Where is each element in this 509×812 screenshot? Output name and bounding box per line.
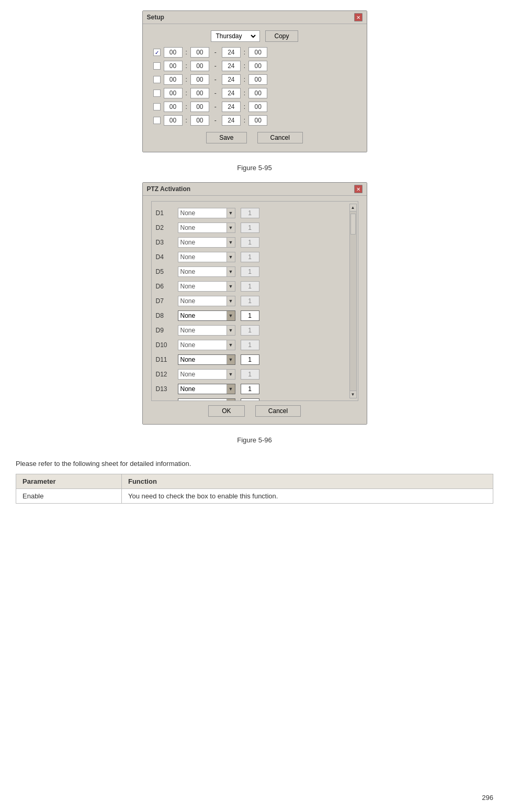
ptz-select-d7[interactable]: None ▼ <box>178 296 235 306</box>
cancel-button[interactable]: Cancel <box>257 132 303 143</box>
ptz-dropdown-arrow-d2[interactable]: ▼ <box>227 223 235 232</box>
ptz-num-d7[interactable]: 1 <box>241 296 259 306</box>
ptz-num-d1[interactable]: 1 <box>241 208 259 218</box>
time-end-h-2[interactable]: 24 <box>222 61 241 71</box>
ptz-num-d2[interactable]: 1 <box>241 223 259 233</box>
ptz-select-d4[interactable]: None ▼ <box>178 252 235 262</box>
ptz-num-d4[interactable]: 1 <box>241 252 259 262</box>
setup-close-button[interactable]: ✕ <box>354 13 363 21</box>
ptz-num-d5[interactable]: 1 <box>241 266 259 277</box>
ptz-num-d12[interactable]: 1 <box>241 369 259 380</box>
time-start-h-1[interactable]: 00 <box>164 47 183 58</box>
time-start-h-3[interactable]: 00 <box>164 74 183 85</box>
time-checkbox-1[interactable] <box>153 49 161 56</box>
ptz-row-d9: D9 None ▼ 1 <box>152 323 358 338</box>
time-end-m-5[interactable]: 00 <box>248 102 267 112</box>
ptz-dropdown-arrow-d8[interactable]: ▼ <box>227 311 235 320</box>
time-start-m-3[interactable]: 00 <box>190 74 209 85</box>
scrollbar-down-button[interactable]: ▼ <box>350 391 356 398</box>
time-start-m-4[interactable]: 00 <box>190 88 209 98</box>
time-start-m-2[interactable]: 00 <box>190 61 209 71</box>
ptz-select-d6[interactable]: None ▼ <box>178 281 235 292</box>
ptz-row-d2: D2 None ▼ 1 <box>152 220 358 235</box>
ptz-select-d14[interactable]: None ▼ <box>178 398 235 401</box>
ptz-select-d9[interactable]: None ▼ <box>178 325 235 336</box>
ptz-dropdown-arrow-d11[interactable]: ▼ <box>227 355 235 364</box>
time-start-m-5[interactable]: 00 <box>190 102 209 112</box>
ptz-select-d12[interactable]: None ▼ <box>178 369 235 380</box>
time-end-m-2[interactable]: 00 <box>248 61 267 71</box>
ptz-select-d11[interactable]: None ▼ <box>178 354 235 365</box>
time-end-m-4[interactable]: 00 <box>248 88 267 98</box>
ptz-num-d14[interactable]: 1 <box>241 398 259 401</box>
ptz-select-d1[interactable]: None ▼ <box>178 208 235 218</box>
time-start-h-4[interactable]: 00 <box>164 88 183 98</box>
ptz-num-d6[interactable]: 1 <box>241 281 259 292</box>
ptz-dropdown-arrow-d12[interactable]: ▼ <box>227 370 235 379</box>
ptz-dropdown-arrow-d1[interactable]: ▼ <box>227 208 235 218</box>
time-end-h-4[interactable]: 24 <box>222 88 241 98</box>
ptz-num-d8[interactable]: 1 <box>241 310 259 321</box>
ptz-dropdown-arrow-d13[interactable]: ▼ <box>227 384 235 394</box>
time-end-m-6[interactable]: 00 <box>248 115 267 126</box>
ptz-select-d10[interactable]: None ▼ <box>178 340 235 350</box>
ptz-label-d12: D12 <box>156 371 173 378</box>
time-end-h-5[interactable]: 24 <box>222 102 241 112</box>
day-select[interactable]: Thursday Monday Tuesday Wednesday Friday… <box>213 32 257 40</box>
time-start-h-6[interactable]: 00 <box>164 115 183 126</box>
time-start-h-5[interactable]: 00 <box>164 102 183 112</box>
ptz-select-text-d8: None <box>178 312 227 319</box>
ptz-num-d3[interactable]: 1 <box>241 237 259 248</box>
table-header-function: Function <box>121 474 493 489</box>
ptz-select-d2[interactable]: None ▼ <box>178 223 235 233</box>
ptz-dropdown-arrow-d4[interactable]: ▼ <box>227 252 235 262</box>
time-start-m-1[interactable]: 00 <box>190 47 209 58</box>
ptz-dropdown-arrow-d3[interactable]: ▼ <box>227 238 235 247</box>
time-row: 00 : 00 - 24 : 00 <box>153 115 356 126</box>
ptz-select-d13[interactable]: None ▼ <box>178 384 235 394</box>
ptz-close-button[interactable]: ✕ <box>354 185 363 193</box>
scrollbar-up-button[interactable]: ▲ <box>350 204 356 212</box>
ptz-dropdown-arrow-d7[interactable]: ▼ <box>227 296 235 306</box>
time-checkbox-4[interactable] <box>153 90 161 97</box>
table-row: Enable You need to check the box to enab… <box>16 489 493 504</box>
time-end-m-1[interactable]: 00 <box>248 47 267 58</box>
time-row: 00 : 00 - 24 : 00 <box>153 47 356 58</box>
time-checkbox-5[interactable] <box>153 103 161 110</box>
time-row: 00 : 00 - 24 : 00 <box>153 88 356 98</box>
time-end-h-6[interactable]: 24 <box>222 115 241 126</box>
ptz-num-d9[interactable]: 1 <box>241 325 259 336</box>
setup-title: Setup <box>147 14 164 21</box>
ptz-ok-button[interactable]: OK <box>208 405 245 417</box>
ptz-num-d13[interactable]: 1 <box>241 384 259 394</box>
ptz-select-d5[interactable]: None ▼ <box>178 266 235 277</box>
ptz-select-d8[interactable]: None ▼ <box>178 310 235 321</box>
time-start-m-6[interactable]: 00 <box>190 115 209 126</box>
day-select-wrapper[interactable]: Thursday Monday Tuesday Wednesday Friday… <box>211 30 260 42</box>
time-end-h-3[interactable]: 24 <box>222 74 241 85</box>
ptz-select-text-d7: None <box>178 297 227 305</box>
colon-5a: : <box>186 103 187 110</box>
time-checkbox-6[interactable] <box>153 117 161 124</box>
ptz-num-d11[interactable]: 1 <box>241 354 259 365</box>
ptz-dropdown-arrow-d9[interactable]: ▼ <box>227 326 235 335</box>
time-end-h-1[interactable]: 24 <box>222 47 241 58</box>
ptz-select-text-d1: None <box>178 209 227 217</box>
ptz-dropdown-arrow-d10[interactable]: ▼ <box>227 340 235 350</box>
save-button[interactable]: Save <box>206 132 246 143</box>
ptz-num-d10[interactable]: 1 <box>241 340 259 350</box>
setup-dialog: Setup ✕ Thursday Monday Tuesday Wednesda… <box>142 10 367 152</box>
time-checkbox-2[interactable] <box>153 62 161 70</box>
ptz-dropdown-arrow-d6[interactable]: ▼ <box>227 282 235 291</box>
time-end-m-3[interactable]: 00 <box>248 74 267 85</box>
time-start-h-2[interactable]: 00 <box>164 61 183 71</box>
ptz-dropdown-arrow-d14[interactable]: ▼ <box>227 399 235 401</box>
ptz-dropdown-arrow-d5[interactable]: ▼ <box>227 267 235 276</box>
ptz-label-d1: D1 <box>156 209 173 217</box>
ptz-cancel-button[interactable]: Cancel <box>255 405 301 417</box>
ptz-scrollbar[interactable]: ▲ ▼ <box>349 204 357 398</box>
copy-button[interactable]: Copy <box>265 30 298 42</box>
time-checkbox-3[interactable] <box>153 76 161 83</box>
scrollbar-thumb[interactable] <box>350 214 356 235</box>
ptz-select-d3[interactable]: None ▼ <box>178 237 235 248</box>
